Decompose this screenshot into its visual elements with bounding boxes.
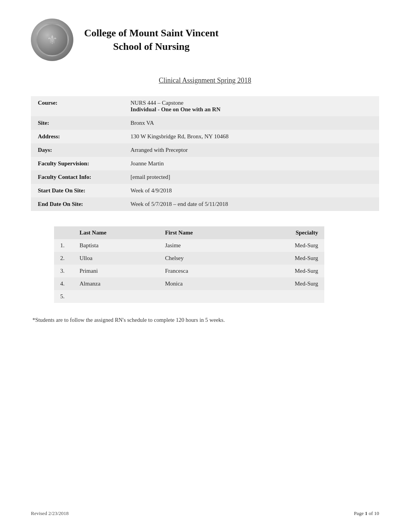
info-row-course: Course: NURS 444 – Capstone Individual -… xyxy=(31,96,379,116)
student-specialty-3: Med-Surg xyxy=(246,265,324,277)
students-section: Last Name First Name Specialty 1. Baptis… xyxy=(31,226,379,303)
student-num-2: 2. xyxy=(54,252,73,265)
student-last-4: Almanza xyxy=(73,277,159,290)
info-label-end-date: End Date On Site: xyxy=(31,197,124,211)
info-value-site: Bronx VA xyxy=(124,116,379,130)
student-last-3: Primani xyxy=(73,265,159,277)
student-row-2: 2. Ulloa Chelsey Med-Surg xyxy=(54,252,324,265)
col-specialty: Specialty xyxy=(246,226,324,239)
course-line1: NURS 444 – Capstone xyxy=(130,100,183,106)
student-num-3: 3. xyxy=(54,265,73,277)
students-header-row: Last Name First Name Specialty xyxy=(54,226,324,239)
student-first-2: Chelsey xyxy=(159,252,246,265)
footer-note: *Students are to follow the assigned RN'… xyxy=(31,317,379,323)
student-first-4: Monica xyxy=(159,277,246,290)
student-first-5 xyxy=(159,290,246,303)
student-num-1: 1. xyxy=(54,239,73,252)
doc-title-section: Clinical Assignment Spring 2018 xyxy=(31,76,379,85)
student-first-3: Francesca xyxy=(159,265,246,277)
institution-line2: School of Nursing xyxy=(113,41,190,52)
student-specialty-1: Med-Surg xyxy=(246,239,324,252)
student-row-3: 3. Primani Francesca Med-Surg xyxy=(54,265,324,277)
student-row-1: 1. Baptista Jasime Med-Surg xyxy=(54,239,324,252)
info-row-faculty-supervision: Faculty Supervision: Joanne Martin xyxy=(31,157,379,170)
info-label-days: Days: xyxy=(31,143,124,157)
page-footer: Revised 2/23/2018 Page 1 of 10 xyxy=(31,510,379,517)
revised-label: Revised 2/23/2018 xyxy=(31,510,69,517)
info-row-days: Days: Arranged with Preceptor xyxy=(31,143,379,157)
page-total: 10 xyxy=(374,510,379,516)
info-row-site: Site: Bronx VA xyxy=(31,116,379,130)
institution-line1: College of Mount Saint Vincent xyxy=(84,27,219,39)
page-number: Page 1 of 10 xyxy=(354,510,379,517)
page-separator: of xyxy=(368,510,374,516)
student-last-5 xyxy=(73,290,159,303)
info-value-start-date: Week of 4/9/2018 xyxy=(124,184,379,197)
student-first-1: Jasime xyxy=(159,239,246,252)
student-num-4: 4. xyxy=(54,277,73,290)
info-value-end-date: Week of 5/7/2018 – end date of 5/11/2018 xyxy=(124,197,379,211)
students-table: Last Name First Name Specialty 1. Baptis… xyxy=(54,226,324,303)
course-line2: Individual - One on One with an RN xyxy=(130,106,372,113)
student-specialty-5 xyxy=(246,290,324,303)
info-label-faculty-contact: Faculty Contact Info: xyxy=(31,170,124,184)
info-label-site: Site: xyxy=(31,116,124,130)
col-num xyxy=(54,226,73,239)
info-row-faculty-contact: Faculty Contact Info: [email protected] xyxy=(31,170,379,184)
info-table: Course: NURS 444 – Capstone Individual -… xyxy=(31,96,379,211)
info-row-start-date: Start Date On Site: Week of 4/9/2018 xyxy=(31,184,379,197)
info-row-end-date: End Date On Site: Week of 5/7/2018 – end… xyxy=(31,197,379,211)
info-row-address: Address: 130 W Kingsbridge Rd, Bronx, NY… xyxy=(31,130,379,143)
info-value-faculty-contact: [email protected] xyxy=(124,170,379,184)
info-value-course: NURS 444 – Capstone Individual - One on … xyxy=(124,96,379,116)
col-first-name: First Name xyxy=(159,226,246,239)
info-value-faculty-supervision: Joanne Martin xyxy=(124,157,379,170)
student-row-5: 5. xyxy=(54,290,324,303)
page-prefix: Page xyxy=(354,510,365,516)
student-specialty-2: Med-Surg xyxy=(246,252,324,265)
info-label-start-date: Start Date On Site: xyxy=(31,184,124,197)
info-value-days: Arranged with Preceptor xyxy=(124,143,379,157)
info-label-address: Address: xyxy=(31,130,124,143)
student-last-1: Baptista xyxy=(73,239,159,252)
col-last-name: Last Name xyxy=(73,226,159,239)
student-specialty-4: Med-Surg xyxy=(246,277,324,290)
page: College of Mount Saint Vincent School of… xyxy=(0,0,410,532)
institution-title: College of Mount Saint Vincent School of… xyxy=(84,26,219,53)
header: College of Mount Saint Vincent School of… xyxy=(31,19,379,61)
student-last-2: Ulloa xyxy=(73,252,159,265)
info-value-address: 130 W Kingsbridge Rd, Bronx, NY 10468 xyxy=(124,130,379,143)
student-num-5: 5. xyxy=(54,290,73,303)
institution-logo xyxy=(31,19,73,61)
info-label-faculty-supervision: Faculty Supervision: xyxy=(31,157,124,170)
student-row-4: 4. Almanza Monica Med-Surg xyxy=(54,277,324,290)
doc-title: Clinical Assignment Spring 2018 xyxy=(159,76,251,84)
info-label-course: Course: xyxy=(31,96,124,116)
